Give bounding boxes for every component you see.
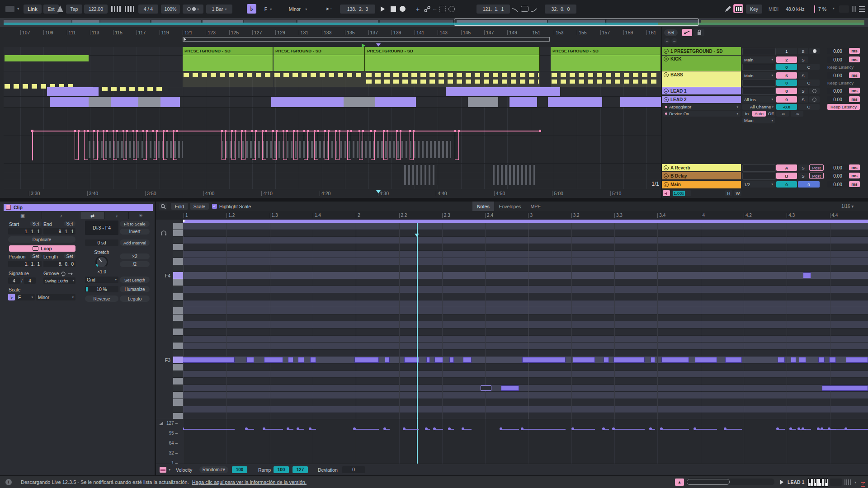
- track-number[interactable]: 2: [776, 56, 797, 63]
- track-delay-field[interactable]: 0.00: [827, 48, 848, 54]
- time-label[interactable]: 4:00: [203, 191, 214, 196]
- midi-note[interactable]: [725, 357, 742, 363]
- set-locator-button[interactable]: Set: [664, 29, 678, 36]
- delay-ms-badge[interactable]: ms: [849, 48, 860, 54]
- track-menu-icon[interactable]: ≡: [664, 56, 669, 61]
- velocity-marker[interactable]: [602, 427, 605, 430]
- beat-number[interactable]: 3.3: [614, 213, 623, 218]
- meter-value[interactable]: -∞: [791, 111, 803, 117]
- piano-key-F4[interactable]: [173, 272, 183, 279]
- beat-number[interactable]: 3.2: [571, 213, 580, 218]
- midi-note[interactable]: [481, 385, 491, 391]
- delay-ms-badge[interactable]: ms: [849, 72, 860, 78]
- track-name-lead2[interactable]: ▾ LEAD 2: [662, 96, 741, 103]
- time-label[interactable]: 4:50: [494, 191, 505, 196]
- duplicate-button[interactable]: Duplicate: [8, 236, 75, 243]
- post-button[interactable]: Post: [809, 164, 824, 171]
- grid-menu[interactable]: Grid▾: [85, 277, 118, 283]
- track-delay-field[interactable]: 0.00: [827, 181, 848, 188]
- velocity-marker[interactable]: [821, 427, 823, 430]
- set-length-button[interactable]: Set Length: [120, 277, 150, 283]
- track-delay-field[interactable]: 0.00: [827, 88, 848, 94]
- piano-key-A#2[interactable]: [173, 406, 183, 413]
- midi-note[interactable]: [501, 385, 519, 391]
- monitor-in-button[interactable]: In: [742, 111, 751, 117]
- pan-field[interactable]: 0: [776, 64, 797, 70]
- velocity-marker[interactable]: [353, 427, 356, 430]
- velocity-marker[interactable]: [693, 427, 696, 430]
- track-menu-icon[interactable]: ≡: [664, 72, 669, 77]
- forward-arrow-icon[interactable]: →: [671, 38, 677, 44]
- piano-key-E4[interactable]: [173, 279, 183, 286]
- crossfader-speaker-icon[interactable]: [663, 190, 670, 196]
- velocity-marker[interactable]: [612, 427, 615, 430]
- piano-key-D3[interactable]: [173, 378, 183, 385]
- velocity-stem[interactable]: [404, 429, 419, 430]
- time-label[interactable]: 4:40: [436, 191, 447, 196]
- piano-key-G3[interactable]: [173, 343, 183, 350]
- velocity-marker[interactable]: [245, 427, 248, 430]
- clip-loop-bar[interactable]: [183, 220, 868, 223]
- io-routing-box[interactable]: [742, 80, 776, 87]
- beat-number[interactable]: 4.2: [744, 213, 752, 218]
- midi-note[interactable]: [799, 357, 806, 363]
- play-icon[interactable]: ▸: [664, 89, 669, 94]
- solo-button[interactable]: S: [798, 48, 808, 54]
- search-icon[interactable]: [159, 203, 167, 210]
- time-label[interactable]: 4:10: [261, 191, 272, 196]
- time-label[interactable]: 4:20: [320, 191, 330, 196]
- midi-note[interactable]: [522, 357, 566, 363]
- unfold-icon[interactable]: ▸: [664, 49, 669, 54]
- io-routing-box[interactable]: [742, 173, 776, 180]
- midi-note[interactable]: [613, 357, 645, 363]
- volume-field[interactable]: 0: [798, 181, 820, 188]
- piano-key-G#4[interactable]: [173, 251, 183, 258]
- delay-ms-badge[interactable]: ms: [849, 181, 860, 187]
- scrollbar-thumb[interactable]: [687, 479, 730, 485]
- scroll-up-button[interactable]: ▲: [675, 479, 684, 486]
- humanize-button[interactable]: Humanize: [120, 286, 150, 292]
- piano-key-C5[interactable]: [173, 223, 183, 230]
- main-routing-menu[interactable]: 1/2▾: [742, 181, 775, 188]
- pan-field[interactable]: 0: [776, 80, 797, 86]
- velocity-lane-color-chip[interactable]: [160, 467, 166, 473]
- randomize-button[interactable]: Randomize: [199, 466, 228, 473]
- tab-audio[interactable]: ♪: [42, 212, 80, 219]
- keep-latency-label[interactable]: Keep Latency: [827, 80, 854, 85]
- fold-button[interactable]: Fold: [171, 203, 188, 210]
- position-set-button[interactable]: Set: [30, 253, 42, 259]
- track-delay-field[interactable]: 0.00: [827, 72, 848, 79]
- piano-key-F#4[interactable]: [173, 265, 183, 272]
- track-number[interactable]: 9: [776, 96, 797, 103]
- midi-note[interactable]: [822, 385, 868, 391]
- velocity-marker[interactable]: [383, 427, 386, 430]
- midi-note[interactable]: [310, 357, 316, 363]
- velocity-stem[interactable]: [661, 429, 689, 430]
- width-button[interactable]: W: [734, 190, 741, 196]
- velocity-marker[interactable]: [287, 427, 289, 430]
- velocity-marker[interactable]: [462, 427, 464, 430]
- history-back-button[interactable]: H: [725, 190, 732, 196]
- track-delay-field[interactable]: 0.00: [827, 173, 848, 179]
- io-routing-box[interactable]: [742, 88, 776, 95]
- input-routing-menu[interactable]: All Ins▾: [742, 96, 775, 103]
- beat-number[interactable]: 1.2: [226, 213, 235, 218]
- velocity-stem[interactable]: [725, 429, 742, 430]
- velocity-marker[interactable]: [649, 427, 652, 430]
- delay-ms-badge[interactable]: ms: [849, 173, 860, 178]
- midi-note[interactable]: [449, 357, 454, 363]
- arm-button[interactable]: [809, 96, 820, 103]
- velocity-marker[interactable]: [425, 427, 428, 430]
- solo-button[interactable]: S: [798, 72, 808, 79]
- track-number[interactable]: 5: [776, 72, 797, 79]
- tab-tools[interactable]: ⇄: [80, 212, 105, 219]
- beat-number[interactable]: 2.4: [485, 213, 493, 218]
- output-main-menu[interactable]: Main▾: [742, 117, 775, 123]
- keep-latency-button[interactable]: Keep Latency: [827, 104, 860, 110]
- position-value-field[interactable]: 1. 1. 1: [8, 261, 42, 267]
- midi-note[interactable]: [651, 357, 655, 363]
- delay-ms-badge[interactable]: ms: [849, 56, 860, 62]
- delay-ms-badge[interactable]: ms: [849, 96, 860, 102]
- piano-key-A4[interactable]: [173, 244, 183, 251]
- piano-key-C3[interactable]: [173, 392, 183, 399]
